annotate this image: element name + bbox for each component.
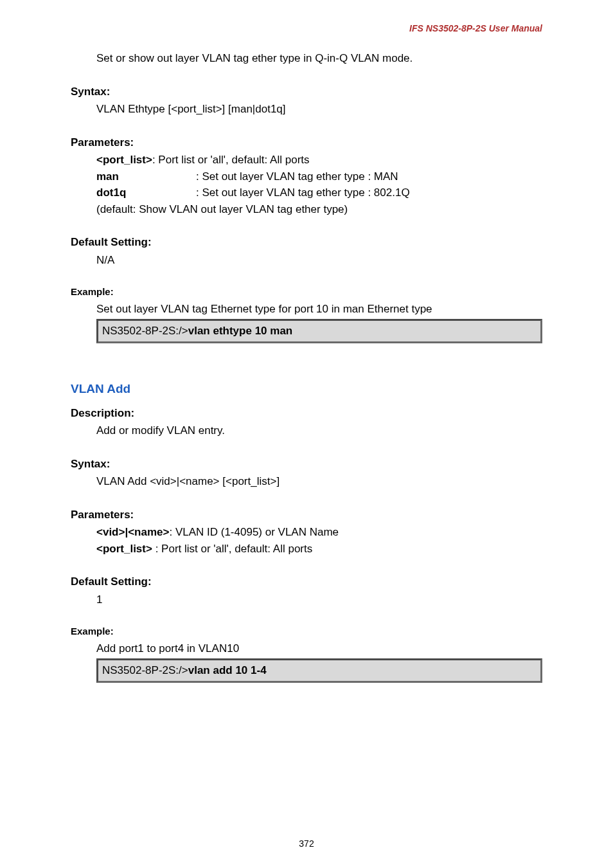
example-command-box: NS3502-8P-2S:/>vlan ethtype 10 man: [96, 319, 542, 343]
intro-line: Set or show out layer VLAN tag ether typ…: [96, 50, 542, 67]
param-man-desc: : Set out layer VLAN tag ether type : MA…: [196, 168, 398, 185]
param-default-note: (default: Show VLAN out layer VLAN tag e…: [96, 201, 542, 218]
vlanadd-syntax-label: Syntax:: [71, 456, 542, 473]
vlanadd-param-vidname-key: <vid>|<name>: [96, 526, 169, 538]
vlanadd-param-portlist-key: <port_list>: [96, 543, 152, 555]
param-man: man : Set out layer VLAN tag ether type …: [96, 168, 542, 185]
vlanadd-parameters-label: Parameters:: [71, 507, 542, 523]
parameters-label: Parameters:: [71, 134, 542, 151]
page-header: IFS NS3502-8P-2S User Manual: [71, 23, 542, 33]
default-setting-value: N/A: [96, 252, 542, 269]
vlanadd-syntax-value: VLAN Add <vid>|<name> [<port_list>]: [96, 473, 542, 490]
param-dot1q: dot1q : Set out layer VLAN tag ether typ…: [96, 185, 542, 201]
vlanadd-example-cmd-bold: vlan add 10 1-4: [188, 664, 267, 676]
example-desc: Set out layer VLAN tag Ethernet type for…: [96, 301, 542, 318]
example-cmd-bold: vlan ethtype 10 man: [188, 325, 293, 337]
param-man-key: man: [96, 168, 196, 185]
param-portlist-rest: : Port list or 'all', default: All ports: [152, 154, 310, 166]
vlanadd-param-portlist-rest: : Port list or 'all', default: All ports: [152, 543, 312, 555]
syntax-label: Syntax:: [71, 84, 542, 100]
description-value: Add or modify VLAN entry.: [96, 422, 542, 439]
vlan-add-heading: VLAN Add: [71, 382, 542, 396]
vlanadd-example-cmd-prefix: NS3502-8P-2S:/>: [102, 664, 188, 676]
param-portlist-key: <port_list>: [96, 154, 152, 166]
description-label: Description:: [71, 405, 542, 422]
vlanadd-default-value: 1: [96, 592, 542, 608]
vlanadd-param-vidname-rest: : VLAN ID (1-4095) or VLAN Name: [169, 526, 339, 538]
param-dot1q-desc: : Set out layer VLAN tag ether type : 80…: [196, 185, 410, 201]
vlanadd-example-label: Example:: [71, 624, 542, 639]
syntax-value: VLAN Ethtype [<port_list>] [man|dot1q]: [96, 101, 542, 118]
example-label: Example:: [71, 285, 542, 300]
vlanadd-example-command-box: NS3502-8P-2S:/>vlan add 10 1-4: [96, 658, 542, 683]
vlanadd-default-label: Default Setting:: [71, 574, 542, 590]
param-portlist: <port_list>: Port list or 'all', default…: [96, 152, 542, 168]
param-dot1q-key: dot1q: [96, 185, 196, 201]
vlanadd-param-vidname: <vid>|<name>: VLAN ID (1-4095) or VLAN N…: [96, 524, 542, 541]
vlanadd-param-portlist: <port_list> : Port list or 'all', defaul…: [96, 541, 542, 557]
default-setting-label: Default Setting:: [71, 234, 542, 251]
page-number: 372: [0, 838, 613, 849]
vlanadd-example-desc: Add port1 to port4 in VLAN10: [96, 640, 542, 657]
example-cmd-prefix: NS3502-8P-2S:/>: [102, 325, 188, 337]
